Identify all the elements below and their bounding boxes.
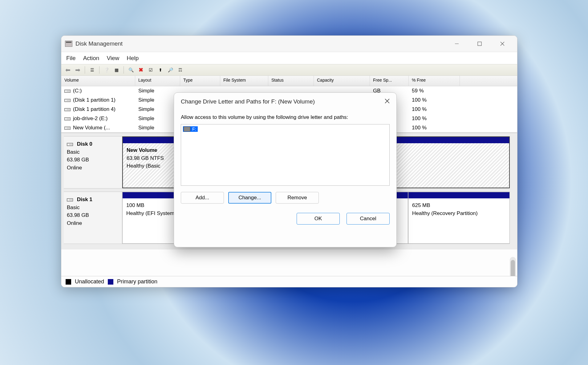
legend-unallocated-label: Unallocated xyxy=(75,278,104,285)
col-cap[interactable]: Capacity xyxy=(314,76,370,86)
drive-letter-item[interactable]: F: xyxy=(183,126,198,132)
menubar: File Action View Help xyxy=(61,52,517,64)
menu-view[interactable]: View xyxy=(107,55,119,62)
titlebar[interactable]: Disk Management xyxy=(61,36,517,52)
cancel-button[interactable]: Cancel xyxy=(347,213,390,225)
partition-status: Healthy (Recovery Partition) xyxy=(412,210,478,216)
col-status[interactable]: Status xyxy=(268,76,314,86)
volume-layout: Simple xyxy=(135,86,180,96)
volume-icon xyxy=(64,108,71,111)
disk-1-type: Basic xyxy=(67,205,80,210)
maximize-button[interactable] xyxy=(474,39,485,49)
col-layout[interactable]: Layout xyxy=(135,76,180,86)
disk-0-size: 63.98 GB xyxy=(67,157,89,163)
legend-primary-label: Primary partition xyxy=(117,278,157,285)
partition-size: 63.98 GB NTFS xyxy=(127,155,164,161)
disk-1-label: Disk 1 Basic 63.98 GB Online xyxy=(64,192,122,244)
volume-icon xyxy=(184,127,190,132)
volume-icon xyxy=(64,127,71,130)
partition-header-bar xyxy=(408,192,509,198)
disk-0-type: Basic xyxy=(67,149,80,155)
drive-letter-list[interactable]: F: xyxy=(181,124,390,186)
partition-title: New Volume xyxy=(127,147,157,153)
window-title: Disk Management xyxy=(75,40,123,47)
find-icon[interactable]: 🔎 xyxy=(166,66,174,74)
menu-file[interactable]: File xyxy=(66,55,76,62)
volume-name: (Disk 1 partition 1) xyxy=(73,97,116,103)
add-button[interactable]: Add... xyxy=(181,192,224,204)
back-icon[interactable]: ⬅ xyxy=(64,66,72,74)
app-icon xyxy=(65,41,72,47)
change-button[interactable]: Change... xyxy=(228,192,271,204)
toolbar-separator xyxy=(124,66,124,74)
svg-rect-1 xyxy=(478,42,481,46)
refresh-icon[interactable]: 🔍 xyxy=(127,66,135,74)
ok-button[interactable]: OK xyxy=(297,213,340,225)
partition-status: Healthy (Basic xyxy=(127,163,160,169)
menu-action[interactable]: Action xyxy=(83,55,99,62)
menu-help[interactable]: Help xyxy=(127,55,139,62)
dialog-instruction: Allow access to this volume by using the… xyxy=(181,114,390,120)
partition-status: Healthy (EFI System P xyxy=(126,210,179,216)
partition-size: 100 MB xyxy=(126,202,144,208)
dialog-close-button[interactable] xyxy=(385,98,390,105)
show-hide-console-tree-icon[interactable]: ☰ xyxy=(88,66,96,74)
col-fs[interactable]: File System xyxy=(220,76,268,86)
forward-icon[interactable]: ➡ xyxy=(74,66,82,74)
disk-icon xyxy=(67,198,73,201)
legend-swatch-primary xyxy=(108,279,113,285)
dialog-title: Change Drive Letter and Paths for F: (Ne… xyxy=(181,98,315,105)
volume-icon xyxy=(64,99,71,102)
disk-1-size: 63.98 GB xyxy=(67,212,89,218)
disk-1-name: Disk 1 xyxy=(77,197,92,202)
disk-0-label: Disk 0 Basic 63.98 GB Online xyxy=(64,136,122,188)
volume-icon xyxy=(64,117,71,120)
toolbar: ⬅ ➡ ☰ ❔ ▦ 🔍 ✖ ☑ ⬆ 🔎 ☶ xyxy=(61,64,517,76)
volume-pct-free: 100 % xyxy=(409,123,460,133)
volume-pct-free: 100 % xyxy=(409,114,460,124)
col-free[interactable]: Free Sp... xyxy=(370,76,409,86)
legend-swatch-unallocated xyxy=(66,279,71,285)
volume-icon xyxy=(64,90,71,93)
properties-icon[interactable]: ▦ xyxy=(112,66,120,74)
col-type[interactable]: Type xyxy=(180,76,220,86)
disk-icon xyxy=(67,143,73,146)
up-arrow-icon[interactable]: ⬆ xyxy=(156,66,164,74)
toolbar-separator xyxy=(85,66,85,74)
change-drive-letter-dialog: Change Drive Letter and Paths for F: (Ne… xyxy=(174,92,397,247)
remove-button[interactable]: Remove xyxy=(276,192,319,204)
list-icon[interactable]: ☶ xyxy=(176,66,184,74)
disk-0-name: Disk 0 xyxy=(77,141,92,147)
volume-pct-free: 100 % xyxy=(409,104,460,114)
settings-icon[interactable]: ☑ xyxy=(147,66,155,74)
help-icon[interactable]: ❔ xyxy=(103,66,111,74)
delete-icon[interactable]: ✖ xyxy=(137,66,145,74)
volume-name: (Disk 1 partition 4) xyxy=(73,106,116,112)
volume-pct-free: 59 % xyxy=(409,86,460,96)
volume-pct-free: 100 % xyxy=(409,95,460,105)
minimize-button[interactable] xyxy=(451,39,462,49)
disk-1-partition-2[interactable]: 625 MB Healthy (Recovery Partition) xyxy=(408,192,510,244)
disk-0-state: Online xyxy=(67,165,82,171)
volume-name: New Volume (... xyxy=(73,125,110,131)
volume-name: (C:) xyxy=(73,88,82,94)
col-volume[interactable]: Volume xyxy=(61,76,135,86)
col-pct[interactable]: % Free xyxy=(409,76,460,86)
toolbar-separator xyxy=(99,66,99,74)
volume-table-header: Volume Layout Type File System Status Ca… xyxy=(61,76,517,86)
legend: Unallocated Primary partition xyxy=(61,276,517,287)
partition-size: 625 MB xyxy=(412,202,430,208)
drive-letter-item-label: F: xyxy=(192,127,196,132)
close-button[interactable] xyxy=(497,39,508,49)
volume-name: job-drive-2 (E:) xyxy=(73,116,107,121)
disk-1-state: Online xyxy=(67,220,82,226)
